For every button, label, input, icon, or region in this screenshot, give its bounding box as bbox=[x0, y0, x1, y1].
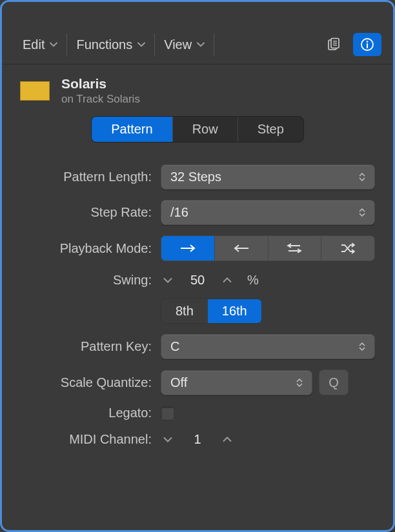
swing-resolution-segmented: 8th 16th bbox=[161, 299, 262, 324]
view-menu-label: View bbox=[164, 37, 192, 52]
functions-menu[interactable]: Functions bbox=[67, 34, 155, 56]
step-rate-select[interactable]: /16 bbox=[161, 200, 375, 225]
chevron-down-icon bbox=[163, 437, 172, 442]
settings-panel: Pattern Length: 32 Steps Step Rate: /16 bbox=[2, 145, 393, 448]
functions-menu-label: Functions bbox=[76, 37, 132, 52]
chevron-down-icon bbox=[197, 42, 205, 47]
swing-16th-button[interactable]: 16th bbox=[208, 299, 261, 323]
updown-icon bbox=[359, 208, 365, 217]
info-icon bbox=[360, 37, 374, 52]
tab-step[interactable]: Step bbox=[238, 117, 303, 142]
pingpong-icon bbox=[286, 242, 303, 255]
swing-8th-button[interactable]: 8th bbox=[161, 299, 208, 323]
pattern-key-value: C bbox=[170, 339, 179, 354]
pattern-region-icon bbox=[20, 81, 50, 101]
playback-random-button[interactable] bbox=[321, 236, 374, 261]
region-subtitle: on Track Solaris bbox=[61, 93, 140, 106]
pattern-key-label: Pattern Key: bbox=[20, 339, 161, 354]
shuffle-icon bbox=[339, 242, 356, 255]
step-rate-value: /16 bbox=[170, 205, 188, 220]
catch-button[interactable] bbox=[319, 33, 348, 56]
scale-quantize-select[interactable]: Off bbox=[161, 370, 312, 395]
edit-menu-label: Edit bbox=[23, 37, 45, 52]
pattern-length-select[interactable]: 32 Steps bbox=[161, 164, 375, 190]
pattern-length-value: 32 Steps bbox=[170, 170, 221, 184]
midi-channel-label: MIDI Channel: bbox=[20, 432, 161, 447]
scale-quantize-value: Off bbox=[170, 375, 187, 390]
chevron-down-icon bbox=[50, 42, 57, 47]
swing-decrement[interactable] bbox=[161, 271, 175, 288]
region-title: Solaris bbox=[61, 76, 140, 92]
midi-channel-stepper[interactable]: 1 bbox=[161, 431, 234, 448]
chevron-down-icon bbox=[137, 42, 145, 47]
updown-icon bbox=[359, 342, 365, 351]
legato-label: Legato: bbox=[20, 406, 161, 420]
quantize-button[interactable]: Q bbox=[319, 369, 349, 395]
toolbar: Edit Functions View bbox=[2, 28, 393, 64]
swing-label: Swing: bbox=[20, 273, 161, 288]
pattern-length-label: Pattern Length: bbox=[20, 170, 161, 184]
playback-backward-button[interactable] bbox=[215, 236, 268, 261]
playback-pingpong-button[interactable] bbox=[268, 236, 322, 261]
edit-menu[interactable]: Edit bbox=[14, 34, 67, 56]
title-block: Solaris on Track Solaris bbox=[61, 76, 140, 106]
swing-value: 50 bbox=[187, 273, 208, 288]
view-menu[interactable]: View bbox=[155, 34, 214, 56]
arrow-right-icon bbox=[179, 243, 196, 253]
step-rate-label: Step Rate: bbox=[20, 205, 161, 220]
notepad-icon bbox=[327, 37, 341, 52]
playback-mode-segmented bbox=[161, 235, 375, 261]
legato-checkbox[interactable] bbox=[161, 406, 175, 420]
svg-point-6 bbox=[367, 41, 369, 43]
swing-stepper[interactable]: 50 bbox=[161, 271, 234, 288]
midi-channel-increment[interactable] bbox=[220, 431, 234, 448]
inspector-window: Edit Functions View bbox=[0, 0, 395, 532]
info-button[interactable] bbox=[353, 33, 381, 56]
chevron-down-icon bbox=[163, 277, 172, 283]
tab-pattern[interactable]: Pattern bbox=[92, 117, 172, 142]
chevron-up-icon bbox=[223, 277, 232, 283]
tab-row[interactable]: Row bbox=[173, 117, 238, 142]
playback-forward-button[interactable] bbox=[161, 236, 215, 261]
arrow-left-icon bbox=[233, 243, 250, 253]
swing-increment[interactable] bbox=[220, 271, 234, 288]
pattern-key-select[interactable]: C bbox=[161, 334, 375, 359]
swing-suffix: % bbox=[247, 273, 259, 288]
chevron-up-icon bbox=[223, 437, 232, 442]
midi-channel-decrement[interactable] bbox=[161, 431, 175, 448]
playback-mode-label: Playback Mode: bbox=[20, 241, 161, 256]
updown-icon bbox=[296, 379, 303, 387]
region-header: Solaris on Track Solaris bbox=[2, 64, 393, 111]
scale-quantize-label: Scale Quantize: bbox=[20, 375, 161, 390]
updown-icon bbox=[359, 173, 365, 181]
midi-channel-value: 1 bbox=[187, 432, 208, 447]
scope-segmented: Pattern Row Step bbox=[91, 116, 304, 143]
